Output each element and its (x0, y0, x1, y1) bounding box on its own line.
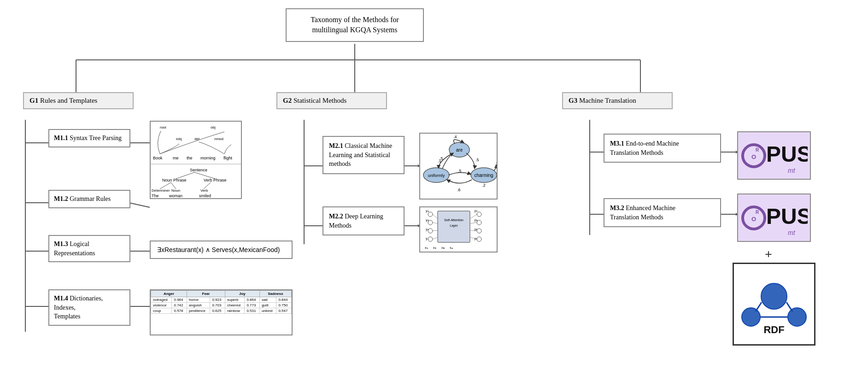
g1-label: Rules and Templates (40, 97, 97, 104)
syntax-tree-image: root obj det nmod iobj Book me the morni… (150, 121, 242, 199)
svg-text:RDF: RDF (763, 324, 784, 335)
svg-text:nmod: nmod (214, 137, 223, 141)
svg-text:x₃: x₃ (441, 246, 445, 249)
g3-bold: G3 (569, 97, 577, 104)
logical-formula: ∃xRestaurant(x) ∧ Serves(x,MexicanFood) (150, 241, 293, 259)
svg-text:uniformly: uniformly (428, 173, 445, 178)
svg-text:y₁: y₁ (426, 209, 429, 213)
svg-text:x₂: x₂ (433, 246, 436, 249)
rdf-logo: RDF (733, 263, 815, 346)
svg-text:Determiner: Determiner (152, 188, 170, 193)
svg-text:obj: obj (211, 125, 216, 129)
svg-text:morning: morning (200, 156, 216, 160)
method-m1-1: M1.1 Syntax Tree Parsing (48, 129, 130, 147)
svg-text:woman: woman (169, 194, 182, 198)
svg-line-82 (433, 237, 438, 239)
svg-text:me: me (173, 156, 179, 160)
svg-text:R: R (756, 147, 759, 153)
svg-line-92 (470, 223, 477, 223)
svg-line-113 (786, 302, 792, 311)
method-m1-4: M1.4 Dictionaries, Indexes,Templates (48, 289, 130, 326)
svg-text:The: The (152, 194, 159, 198)
g3-label: Machine Translation (579, 97, 636, 104)
svg-text:R: R (756, 210, 759, 215)
svg-point-74 (428, 229, 433, 233)
svg-point-109 (761, 283, 787, 309)
svg-text:O: O (751, 153, 756, 160)
svg-point-110 (742, 308, 760, 326)
svg-point-88 (477, 220, 481, 225)
g1-bold: G1 (29, 97, 38, 104)
svg-text:mt: mt (788, 229, 796, 236)
svg-line-81 (433, 230, 438, 231)
svg-text:.4: .4 (453, 135, 457, 139)
method-m3-1: M3.1 End-to-end MachineTranslation Metho… (604, 134, 721, 163)
category-g3: G3 Machine Translation (562, 92, 673, 109)
plus-sign: + (765, 247, 772, 262)
category-g1: G1 Rules and Templates (23, 92, 134, 109)
svg-text:PUS: PUS (766, 142, 808, 166)
svg-text:flight: flight (223, 156, 233, 160)
dictionary-table: Anger Fear Joy Sadness outraged0.964 hor… (150, 289, 293, 335)
svg-text:Noun: Noun (171, 188, 180, 193)
svg-line-45 (160, 182, 171, 189)
taxonomy-diagram: Taxonomy of the Methods for multilingual… (0, 0, 868, 370)
svg-text:Sentence: Sentence (190, 168, 207, 172)
category-g2: G2 Statistical Methods (276, 92, 387, 109)
svg-text:PUS: PUS (766, 204, 808, 229)
method-m1-3: M1.3 LogicalRepresentations (48, 235, 130, 262)
svg-point-73 (428, 220, 433, 225)
svg-point-75 (428, 237, 433, 241)
svg-text:x₄: x₄ (450, 246, 453, 249)
svg-text:charming: charming (474, 173, 493, 178)
svg-point-87 (477, 212, 481, 217)
svg-text:x₁: x₁ (425, 246, 428, 249)
svg-point-89 (477, 229, 481, 233)
neural-network-image: y₁ y₂ y₃ y₄ Self-Attention Layer p₀ p₁ p… (419, 206, 498, 253)
svg-text:mt: mt (788, 167, 796, 174)
svg-line-80 (433, 223, 438, 223)
svg-text:Layer: Layer (450, 224, 458, 228)
method-m1-2: M1.2 Grammar Rules (48, 190, 130, 208)
g2-bold: G2 (283, 97, 292, 104)
svg-text:.6: .6 (457, 188, 461, 192)
svg-text:.2: .2 (482, 183, 486, 188)
svg-text:root: root (160, 125, 167, 129)
svg-text:Book: Book (153, 156, 163, 160)
svg-text:.1: .1 (438, 159, 441, 163)
svg-point-72 (428, 212, 433, 217)
svg-text:Noun Phrase: Noun Phrase (162, 178, 187, 182)
svg-line-47 (204, 182, 211, 189)
opus-logo-1: O R PUS mt (737, 131, 811, 180)
svg-line-46 (171, 182, 176, 189)
svg-text:.5: .5 (475, 158, 479, 162)
svg-text:Verb: Verb (200, 188, 208, 193)
svg-line-12 (129, 203, 150, 207)
svg-text:Verb Phrase: Verb Phrase (204, 178, 227, 182)
svg-line-79 (433, 214, 438, 219)
svg-point-90 (477, 237, 481, 241)
svg-line-112 (756, 302, 762, 311)
svg-text:.5: .5 (458, 169, 462, 173)
svg-text:smiled: smiled (199, 194, 211, 198)
method-m2-2: M2.2 Deep LearningMethods (323, 206, 405, 235)
opus-logo-2: O R PUS mt (737, 194, 811, 242)
svg-text:O: O (751, 216, 756, 223)
method-m2-1: M2.1 Classical MachineLearning and Stati… (323, 136, 405, 174)
svg-point-111 (788, 308, 806, 326)
svg-text:iobj: iobj (176, 137, 182, 141)
root-title: Taxonomy of the Methods for multilingual… (286, 8, 424, 42)
svg-text:the: the (187, 156, 193, 160)
g2-label: Statistical Methods (293, 97, 346, 104)
svg-text:p₀: p₀ (475, 209, 478, 213)
svg-text:Self-Attention: Self-Attention (444, 218, 463, 222)
markov-graph-image: are uniformly charming .5 .5 .6 .5 .4 .2 (419, 133, 498, 200)
svg-text:.2: .2 (495, 161, 498, 166)
method-m3-2: M3.2 Enhanced MachineTranslation Methods (604, 198, 721, 227)
svg-text:are: are (456, 147, 463, 153)
